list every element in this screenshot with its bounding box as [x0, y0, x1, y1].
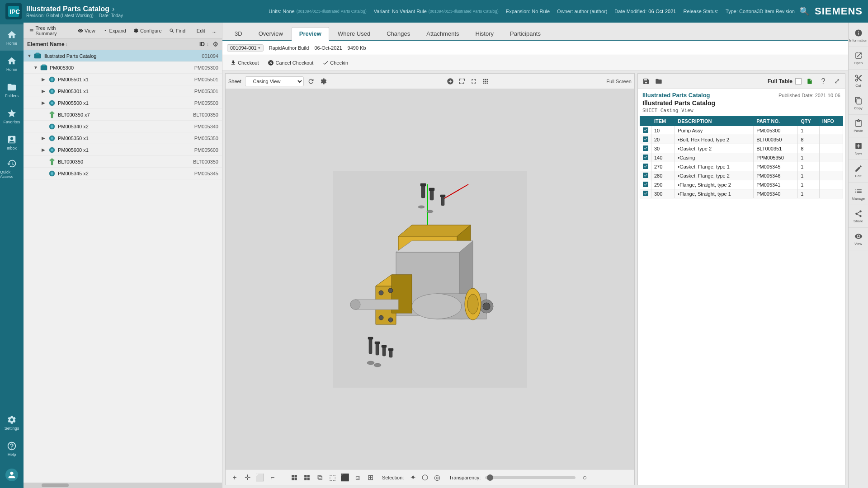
tree-btn-edit[interactable]: Edit [194, 27, 208, 34]
tree-row[interactable]: BLT000350 BLT000350 [24, 156, 222, 168]
tree-btn-find[interactable]: Find [166, 27, 188, 34]
tree-btn-expand[interactable]: Expand [100, 27, 129, 34]
select-icon-1[interactable]: ✦ [407, 472, 418, 483]
view-icon-4[interactable]: ⬚ [327, 472, 338, 483]
table-row[interactable]: 280 •Gasket, Flange, type 2 PM005346 1 [640, 171, 843, 180]
table-row[interactable]: 10 Pump Assy PM005300 1 [640, 126, 843, 135]
rect-icon[interactable]: ⬜ [255, 472, 265, 483]
row-checkbox[interactable] [640, 171, 651, 180]
tree-content: ▼ Illustrated Parts Catalog 001094 ▼ PM0… [24, 50, 222, 483]
table-row[interactable]: 270 •Gasket, Flange, type 1 PM005345 1 [640, 162, 843, 171]
table-row[interactable]: 290 •Flange, Straight, type 2 PM005341 1 [640, 180, 843, 189]
table-row[interactable]: 300 •Flange, Straight, type 1 PM005340 1 [640, 189, 843, 198]
tree-btn-view[interactable]: View [75, 27, 98, 34]
right-nav-cut[interactable]: Cut [849, 70, 868, 92]
tab-where-used[interactable]: Where Used [330, 27, 378, 40]
tree-btn-configure[interactable]: Configure [131, 27, 165, 34]
zoom-icon[interactable] [445, 76, 456, 87]
fullscreen-icon[interactable] [468, 76, 479, 87]
table-row[interactable]: 20 •Bolt, Hex Head, type 2 BLT000350 8 [640, 135, 843, 144]
right-nav-information[interactable]: Information [849, 24, 868, 47]
refresh-icon[interactable] [306, 76, 316, 87]
tree-row[interactable]: ▶ PM005501 x1 PM005501 [24, 74, 222, 85]
nav-home[interactable]: Home [0, 24, 24, 51]
save-icon[interactable] [641, 76, 651, 87]
view-icon-1[interactable] [289, 472, 300, 483]
tree-btn-more[interactable]: ... [210, 27, 219, 34]
settings-view-icon[interactable] [318, 76, 329, 87]
row-checkbox[interactable] [640, 162, 651, 171]
select-icon-3[interactable]: ◎ [432, 472, 443, 483]
nav-settings[interactable]: Settings [0, 409, 24, 436]
tree-row[interactable]: ▶ PM005600 x1 PM005600 [24, 144, 222, 156]
transparency-slider[interactable] [485, 476, 576, 479]
svg-point-63 [367, 361, 374, 365]
table-excel-icon[interactable] [804, 76, 815, 87]
cancel-checkout-btn[interactable]: Cancel Checkout [264, 58, 317, 67]
table-row[interactable]: 140 •Casing PPM005350 1 [640, 153, 843, 162]
checkout-btn[interactable]: Checkout [226, 58, 263, 67]
view-icon-3[interactable]: ⧉ [314, 472, 325, 483]
tab-history[interactable]: History [468, 27, 501, 40]
version-tag[interactable]: 001094-001 ▾ [227, 44, 264, 52]
search-icon[interactable]: 🔍 [799, 6, 809, 16]
row-checkbox[interactable] [640, 189, 651, 198]
tab-3d[interactable]: 3D [227, 27, 250, 40]
nav-quick-access[interactable]: Quick Access [0, 155, 24, 182]
right-nav-new[interactable]: New [849, 137, 868, 160]
select-icon-2[interactable]: ⬡ [420, 472, 430, 483]
right-nav-manage[interactable]: Manage [849, 183, 868, 205]
nav-favorites[interactable]: Favorites [0, 103, 24, 129]
svg-rect-5 [42, 65, 46, 66]
right-nav-edit[interactable]: Edit [849, 160, 868, 183]
tab-preview[interactable]: Preview [292, 27, 329, 41]
row-checkbox[interactable] [640, 126, 651, 135]
tab-overview[interactable]: Overview [251, 27, 291, 40]
right-nav-share[interactable]: Share [849, 205, 868, 228]
right-nav-open[interactable]: Open [849, 47, 868, 70]
sheet-select[interactable]: - Casing View [245, 76, 304, 86]
right-nav-copy[interactable]: Copy [849, 92, 868, 115]
nav-home2[interactable]: Home [0, 51, 24, 77]
right-nav-view[interactable]: View [849, 228, 868, 250]
row-checkbox[interactable] [640, 135, 651, 144]
full-table-checkbox[interactable] [795, 78, 802, 84]
tree-scrollbar-x[interactable] [24, 483, 222, 488]
row-checkbox[interactable] [640, 180, 651, 189]
row-checkbox[interactable] [640, 144, 651, 153]
view-icon-7[interactable]: ⊞ [365, 472, 376, 483]
nav-help[interactable]: Help [0, 436, 24, 462]
nav-inbox[interactable]: Inbox [0, 129, 24, 155]
transparency-icon[interactable]: ○ [579, 472, 590, 483]
crosshair-icon[interactable]: ✛ [242, 472, 253, 483]
tree-row[interactable]: ▶ PM005301 x1 PM005301 [24, 85, 222, 97]
right-nav-paste[interactable]: Paste [849, 115, 868, 137]
tree-row[interactable]: ▶ PM005350 x1 PM005350 [24, 132, 222, 144]
tree-row[interactable]: PM005345 x2 PM005345 [24, 168, 222, 179]
tab-attachments[interactable]: Attachments [419, 27, 467, 40]
tree-row[interactable]: BLT000350 x7 BLT000350 [24, 109, 222, 121]
fit-icon[interactable] [457, 76, 467, 87]
checkin-btn[interactable]: Checkin [318, 58, 352, 67]
tree-row[interactable]: ▼ PM005300 PM005300 [24, 62, 222, 74]
draw-icon[interactable]: ⌐ [267, 472, 278, 483]
tab-changes[interactable]: Changes [379, 27, 418, 40]
cursor-icon[interactable]: + [229, 472, 240, 483]
view-icon-2[interactable] [302, 472, 312, 483]
tab-participants[interactable]: Participants [502, 27, 548, 40]
tree-settings-icon[interactable]: ⚙ [212, 41, 218, 48]
nav-user[interactable] [0, 462, 24, 488]
tree-row[interactable]: ▼ Illustrated Parts Catalog 001094 [24, 50, 222, 62]
expand-table-icon[interactable]: ⤢ [831, 76, 842, 87]
table-row[interactable]: 30 •Gasket, type 2 BLT000351 8 [640, 144, 843, 153]
view-icon-5[interactable]: ⬛ [340, 472, 350, 483]
tree-btn-summary[interactable]: Tree with Summary [26, 24, 73, 37]
view-icon-6[interactable]: ⧈ [352, 472, 363, 483]
tree-row[interactable]: ▶ PM005500 x1 PM005500 [24, 97, 222, 109]
tree-row[interactable]: PM005340 x2 PM005340 [24, 121, 222, 132]
nav-folders[interactable]: Folders [0, 77, 24, 103]
row-checkbox[interactable] [640, 153, 651, 162]
folder-icon[interactable] [653, 76, 664, 87]
expand-icon[interactable] [480, 76, 491, 87]
help-table-icon[interactable]: ? [818, 76, 829, 87]
